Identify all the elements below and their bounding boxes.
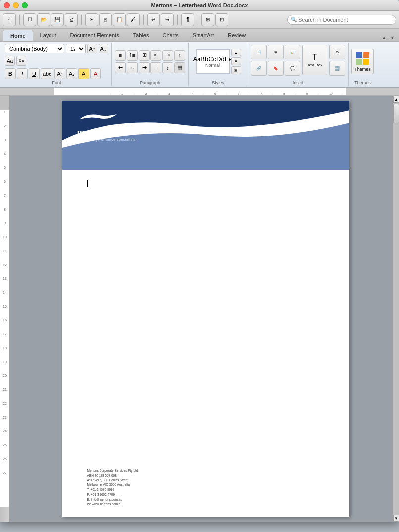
insert-hyperlink-button[interactable]: 🔗	[251, 61, 267, 76]
open-button[interactable]: 📂	[37, 13, 50, 26]
text-cursor	[87, 180, 88, 187]
list-buttons: ≡ 1≡ ⊞ ⇤ ⇥ ↕	[115, 50, 185, 61]
justify-button[interactable]: ≡	[150, 62, 161, 73]
tab-tables[interactable]: Tables	[126, 30, 156, 41]
ribbon-panel: Cambria (Body) 12 A↑ A↓ Aa ✗A B I U abc	[0, 42, 399, 88]
style-prev-button[interactable]: ▲	[231, 49, 241, 56]
paste-button[interactable]: 📋	[113, 13, 126, 26]
tab-smartart[interactable]: SmartArt	[186, 30, 221, 41]
ruler-num-23: 23	[0, 416, 10, 419]
insert-pages-button[interactable]: 📄	[251, 45, 267, 59]
format-buttons-row: B I U abc A² A₂ A A	[5, 68, 101, 79]
print-button[interactable]: 🖨	[65, 13, 78, 26]
save-button[interactable]: 💾	[51, 13, 64, 26]
style-expand-button[interactable]: ⊞	[231, 66, 241, 74]
copy-button[interactable]: ⎘	[99, 13, 112, 26]
line-spacing-button[interactable]: ↕	[162, 62, 173, 73]
underline-button[interactable]: U	[29, 68, 40, 79]
insert-quick-parts-button[interactable]: Ω	[329, 45, 345, 59]
close-button[interactable]	[4, 2, 10, 8]
themes-button[interactable]: Themes	[351, 49, 374, 74]
style-normal-item[interactable]: AaBbCcDdEe Normal	[196, 49, 230, 74]
view-icon: ⊞	[206, 17, 210, 22]
ruler-num-24: 24	[0, 429, 10, 433]
scroll-down-button[interactable]: ▼	[393, 515, 399, 522]
ordered-list-button[interactable]: 1≡	[127, 50, 138, 61]
paragraph-marks-button[interactable]: ¶	[181, 13, 194, 26]
unordered-list-button[interactable]: ≡	[115, 50, 126, 61]
italic-button[interactable]: I	[17, 68, 28, 79]
footer-line-7: E: info@mertons.com.au	[87, 497, 325, 502]
ribbon-up-icon[interactable]: ▲	[380, 35, 388, 41]
insert-chart-button[interactable]: 📊	[285, 45, 300, 59]
footer-company-info: Mertons Corporate Services Pty Ltd ABN 3…	[87, 468, 325, 507]
clear-format-button[interactable]: ✗A	[16, 56, 26, 66]
highlight-button[interactable]: A	[78, 68, 89, 79]
format-paint-button[interactable]: 🖌	[127, 13, 140, 26]
font-case-button[interactable]: Aa	[5, 56, 15, 66]
vertical-scrollbar[interactable]: ▲ ▼	[392, 96, 399, 522]
style-next-button[interactable]: ▼	[231, 57, 241, 65]
insert-comment-button[interactable]: 💬	[285, 61, 300, 76]
insert-buttons-col3: Ω 🔤	[329, 45, 345, 76]
footer-line-8: W: www.mertons.com.au	[87, 502, 325, 507]
tab-review[interactable]: Review	[221, 30, 252, 41]
font-color-button[interactable]: A	[90, 68, 101, 79]
page-body[interactable]	[62, 170, 349, 467]
search-icon: 🔍	[291, 17, 297, 22]
ruler-num-7: 7	[0, 194, 10, 197]
themes-icon	[355, 51, 370, 66]
outline-list-button[interactable]: ⊞	[139, 50, 150, 61]
align-center-button[interactable]: ↔	[127, 62, 138, 73]
undo-button[interactable]: ↩	[147, 13, 160, 26]
redo-button[interactable]: ↪	[161, 13, 174, 26]
ruler-num-12: 12	[0, 263, 10, 266]
ruler-num-22: 22	[0, 402, 10, 405]
font-family-select[interactable]: Cambria (Body)	[5, 44, 64, 53]
svg-rect-0	[356, 52, 362, 58]
superscript-button[interactable]: A²	[54, 68, 65, 79]
themes-label: Themes	[354, 67, 371, 72]
font-size-select[interactable]: 12	[66, 44, 86, 53]
minimize-button[interactable]	[13, 2, 19, 8]
tab-document-elements[interactable]: Document Elements	[63, 30, 126, 41]
view-button[interactable]: ⊞	[201, 13, 214, 26]
tab-charts[interactable]: Charts	[155, 30, 185, 41]
cut-button[interactable]: ✂	[85, 13, 98, 26]
ruler-num-20: 20	[0, 374, 10, 377]
tab-layout[interactable]: Layout	[33, 30, 63, 41]
edit-btn-group: ✂ ⎘ 📋 🖌	[85, 13, 140, 26]
indent-decrease-button[interactable]: ⇤	[150, 50, 161, 61]
search-container: 🔍	[287, 15, 396, 25]
tab-home[interactable]: Home	[3, 30, 33, 41]
search-input[interactable]	[287, 15, 396, 25]
ruler-num-14: 14	[0, 291, 10, 294]
zoom-button[interactable]: ⊡	[215, 13, 228, 26]
scroll-up-button[interactable]: ▲	[393, 96, 399, 103]
strikethrough-button[interactable]: abc	[41, 68, 53, 79]
company-tagline: corporate governance specialists	[77, 138, 136, 141]
save-icon: 💾	[54, 17, 60, 22]
maximize-button[interactable]	[22, 2, 28, 8]
align-left-button[interactable]: ⬅	[115, 62, 126, 73]
bold-button[interactable]: B	[5, 68, 16, 79]
svg-rect-1	[363, 52, 369, 58]
insert-group-label: Insert	[293, 79, 304, 85]
ruler-num-10: 10	[0, 235, 10, 239]
subscript-button[interactable]: A₂	[66, 68, 77, 79]
insert-bookmark-button[interactable]: 🔖	[268, 61, 284, 76]
new-button[interactable]: ☐	[23, 13, 36, 26]
indent-increase-button[interactable]: ⇥	[162, 50, 173, 61]
page-header: mertons corporate governance specialists	[62, 101, 349, 170]
font-size-up-button[interactable]: A↑	[87, 44, 97, 53]
shading-button[interactable]: ▤	[174, 62, 185, 73]
align-right-button[interactable]: ➡	[139, 62, 150, 73]
ribbon-down-icon[interactable]: ▼	[389, 35, 396, 41]
home-button[interactable]: ⌂	[3, 13, 16, 26]
font-size-down-button[interactable]: A↓	[99, 44, 108, 53]
insert-table-button[interactable]: ⊞	[268, 45, 284, 59]
text-box-button[interactable]: T Text Box	[302, 45, 327, 75]
scroll-thumb[interactable]	[393, 104, 399, 123]
insert-symbol-button[interactable]: 🔤	[329, 61, 345, 76]
sort-button[interactable]: ↕	[174, 50, 185, 61]
